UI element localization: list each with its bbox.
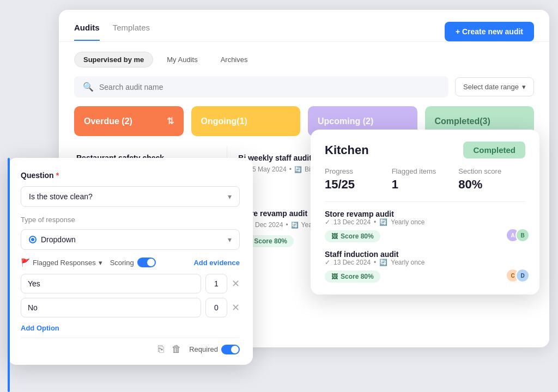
popup-stats: Progress 15/25 Flagged items 1 Section s… [325, 167, 525, 192]
question-input-row[interactable]: Is the stove clean? ▾ [21, 186, 240, 207]
copy-icon[interactable]: ⎘ [158, 344, 164, 355]
option-row-yes: ✕ [21, 274, 240, 293]
radio-dot [29, 236, 37, 243]
repeat-icon-5: 🔄 [291, 222, 299, 229]
dropdown-inner: Dropdown [29, 235, 76, 244]
repeat-icon-p1: 🔄 [379, 218, 387, 226]
search-row: 🔍 Select date range ▾ [59, 68, 549, 106]
status-card-overdue[interactable]: Overdue (2) ⇅ [74, 106, 184, 136]
search-icon: 🔍 [83, 82, 94, 92]
popup-title: Kitchen [325, 143, 369, 157]
scoring-toggle: Scoring [110, 258, 156, 267]
completed-badge: Completed [463, 142, 525, 158]
popup-avatar-4: D [515, 268, 530, 283]
tab-templates[interactable]: Templates [113, 23, 150, 41]
option-row-no: ✕ [21, 298, 240, 317]
create-audit-button[interactable]: + Create new audit [445, 22, 534, 41]
check-icon-p2: ✓ [325, 259, 330, 266]
dropdown-row[interactable]: Dropdown ▾ [21, 229, 240, 250]
popup-audit-title-2: Staff induction audit [325, 250, 425, 259]
popup-audit-item-1[interactable]: Store revamp audit ✓ 13 Dec 2024 • 🔄 Yea… [325, 210, 525, 242]
repeat-icon-p2: 🔄 [379, 259, 387, 266]
question-panel: Question * Is the stove clean? ▾ Type of… [8, 158, 253, 365]
options-toolbar: 🚩 Flagged Responses ▾ Scoring Add eviden… [21, 258, 240, 267]
popup-divider [325, 201, 525, 202]
search-input[interactable] [99, 83, 440, 91]
sub-tabs: Supervised by me My Audits Archives [59, 42, 549, 68]
date-range-select[interactable]: Select date range ▾ [455, 77, 534, 96]
popup-score-2: 🖼 Score 80% [325, 271, 380, 283]
kitchen-popup: Kitchen Completed Progress 15/25 Flagged… [311, 130, 539, 295]
check-icon-p1: ✓ [325, 218, 330, 226]
popup-audit-item-2[interactable]: Staff induction audit ✓ 13 Dec 2024 • 🔄 … [325, 250, 525, 283]
flag-chevron-icon: ▾ [99, 259, 102, 267]
popup-audit-title-1: Store revamp audit [325, 210, 425, 218]
question-footer: ⎘ 🗑 Required [21, 338, 240, 355]
popup-avatar-2: B [515, 228, 530, 242]
left-blue-bar [8, 158, 10, 392]
type-label: Type of response [21, 216, 240, 224]
sort-icon: ⇅ [167, 116, 174, 126]
remove-no-button[interactable]: ✕ [232, 303, 240, 313]
required-star: * [56, 171, 59, 180]
remove-yes-button[interactable]: ✕ [232, 279, 240, 289]
popup-score-1: 🖼 Score 80% [325, 230, 380, 242]
add-evidence-button[interactable]: Add evidence [193, 259, 240, 267]
popup-avatars-1: A B [506, 228, 525, 242]
repeat-icon-2: 🔄 [294, 166, 302, 173]
popup-audit-meta-1: ✓ 13 Dec 2024 • 🔄 Yearly once [325, 218, 425, 226]
required-toggle-switch[interactable] [221, 345, 240, 354]
add-option-button[interactable]: Add Option [21, 324, 240, 332]
option-score-no[interactable] [205, 298, 227, 317]
stat-score: Section score 80% [458, 167, 525, 192]
chevron-down-icon: ▾ [522, 83, 526, 91]
stat-progress: Progress 15/25 [325, 167, 392, 192]
search-box: 🔍 [74, 76, 448, 97]
sub-tab-supervised[interactable]: Supervised by me [74, 52, 153, 68]
flag-icon: 🚩 [21, 258, 30, 267]
popup-header: Kitchen Completed [325, 142, 525, 158]
tab-audits[interactable]: Audits [74, 23, 100, 41]
option-rows: ✕ ✕ [21, 274, 240, 317]
popup-audit-list: Store revamp audit ✓ 13 Dec 2024 • 🔄 Yea… [325, 210, 525, 283]
delete-icon[interactable]: 🗑 [172, 344, 181, 355]
option-input-no[interactable] [21, 298, 201, 317]
panel-header: Audits Templates + Create new audit [59, 10, 549, 42]
sub-tab-myaudits[interactable]: My Audits [157, 52, 207, 68]
scoring-toggle-switch[interactable] [137, 258, 156, 267]
required-toggle: Required [189, 345, 240, 354]
flag-responses-button[interactable]: 🚩 Flagged Responses ▾ [21, 258, 102, 267]
option-score-yes[interactable] [205, 274, 227, 293]
option-input-yes[interactable] [21, 274, 201, 293]
stat-flagged: Flagged items 1 [392, 167, 459, 192]
chevron-icon: ▾ [228, 192, 232, 201]
tabs: Audits Templates [74, 23, 150, 41]
popup-audit-meta-2: ✓ 13 Dec 2024 • 🔄 Yearly once [325, 259, 425, 266]
dropdown-chevron-icon: ▾ [228, 235, 232, 244]
status-card-ongoing[interactable]: Ongoing(1) [191, 106, 301, 136]
sub-tab-archives[interactable]: Archives [211, 52, 257, 68]
question-label: Question * [21, 171, 240, 180]
popup-avatars-2: C D [506, 268, 525, 283]
